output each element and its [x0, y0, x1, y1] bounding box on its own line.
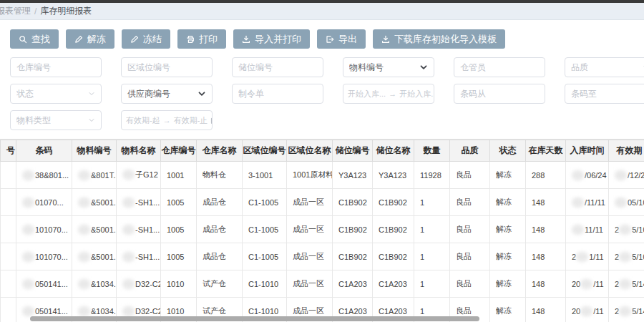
chevron-down-icon — [419, 63, 428, 72]
export-icon — [326, 35, 334, 44]
table-cell: C1B902 — [373, 189, 414, 216]
table-cell: C1B902 — [373, 216, 414, 243]
barcode-to-input[interactable] — [565, 84, 644, 104]
table-cell: 解冻 — [490, 270, 526, 298]
work-order-input[interactable] — [232, 84, 323, 104]
table-cell: 11/11 — [566, 216, 609, 243]
redaction-blur — [22, 252, 34, 262]
redaction-blur — [580, 279, 592, 289]
table-cell: 20/11 — [566, 270, 609, 298]
unfreeze-button[interactable]: 解冻 — [66, 29, 114, 49]
warehouse-keeper-input[interactable] — [454, 57, 545, 77]
area-location-no-input[interactable] — [121, 57, 213, 77]
search-icon — [19, 35, 27, 44]
material-type-select[interactable]: 物料类型 — [10, 110, 102, 130]
material-no-select[interactable]: 物料编号 — [343, 57, 434, 77]
table-cell: 3-1001 — [243, 162, 287, 189]
table-row[interactable]: 101070...&5001...-SH1...1005成品仓C1-1005成品… — [1, 216, 644, 243]
table-cell: Y3A123 — [373, 162, 414, 189]
table-cell: 25/14 — [609, 298, 644, 322]
inventory-table-wrap: 号条码物料编号物料名称仓库编号仓库名称区域位编号区域位名称储位编号储位名称数量品… — [0, 139, 644, 322]
redaction-blur — [619, 225, 631, 235]
table-cell: C1A203 — [333, 270, 373, 298]
table-cell: 1 — [414, 216, 450, 243]
table-cell: /11/11 — [566, 189, 609, 216]
breadcrumb-current: 库存明细报表 — [40, 5, 92, 17]
status-select[interactable]: 状态 — [10, 84, 102, 104]
table-cell: &5001... — [72, 189, 117, 216]
select-placeholder: 品质 — [571, 62, 588, 74]
validity-date-range[interactable]: 有效期-起→有效期-止 — [121, 110, 213, 130]
table-row[interactable]: 38&801...&801T...子G121001物料仓3-10011001原材… — [1, 162, 644, 189]
redaction-blur — [580, 306, 592, 316]
redaction-blur — [122, 279, 135, 289]
table-header-row: 号条码物料编号物料名称仓库编号仓库名称区域位编号区域位名称储位编号储位名称数量品… — [1, 140, 644, 162]
redaction-blur — [122, 252, 135, 262]
horizontal-scrollbar-thumb[interactable] — [30, 316, 479, 321]
storage-location-no-input[interactable] — [232, 57, 323, 77]
table-cell: 1005 — [161, 216, 197, 243]
filter-row: 物料编号品质 — [10, 57, 644, 77]
table-row[interactable]: 01070...&5001...-SH1...1005成品仓C1-1005成品一… — [1, 189, 644, 216]
table-cell — [1, 162, 16, 189]
warehouse-no-input[interactable] — [10, 57, 102, 77]
table-cell: &5001... — [72, 216, 117, 243]
table-cell: /06/24 — [566, 162, 609, 189]
printer-icon — [186, 35, 195, 44]
redaction-blur — [122, 170, 135, 180]
column-header: 仓库名称 — [197, 140, 243, 162]
redaction-blur — [572, 170, 584, 180]
range-arrow-icon: → — [163, 116, 171, 125]
button-label: 下载库存初始化导入模板 — [394, 33, 497, 46]
column-header: 储位名称 — [373, 140, 414, 162]
column-header: 条码 — [16, 140, 72, 162]
barcode-from-input[interactable] — [454, 84, 545, 104]
download-icon — [242, 35, 250, 44]
table-cell: C1-1005 — [243, 189, 287, 216]
table-cell: &1034... — [72, 270, 117, 298]
column-header: 物料名称 — [117, 140, 161, 162]
table-cell: 解冻 — [490, 216, 526, 243]
filter-panel: 物料编号品质状态供应商编号开始入库...→开始入库...物料类型有效期-起→有效… — [10, 57, 644, 130]
search-button[interactable]: 查找 — [10, 29, 59, 49]
download-init-template-button[interactable]: 下载库存初始化导入模板 — [373, 29, 505, 49]
table-cell: 101070... — [16, 216, 72, 243]
table-cell — [1, 189, 16, 216]
button-label: 打印 — [199, 33, 218, 46]
table-cell: 148 — [526, 298, 566, 322]
table-cell: &801T... — [72, 162, 117, 189]
table-cell: 良品 — [450, 162, 490, 189]
supplier-no-select[interactable]: 供应商编号 — [121, 84, 213, 104]
print-button[interactable]: 打印 — [177, 29, 226, 49]
breadcrumb-root[interactable]: 报表管理 — [0, 5, 31, 17]
column-header: 仓库编号 — [161, 140, 197, 162]
freeze-button[interactable]: 冻结 — [122, 29, 170, 49]
table-cell: 试产仓 — [197, 270, 243, 298]
date-to-placeholder: 有效期-止 — [174, 115, 208, 126]
select-placeholder: 物料编号 — [349, 62, 384, 74]
column-header: 在库天数 — [526, 140, 566, 162]
table-cell: 1005 — [161, 243, 197, 270]
calendar-icon — [210, 117, 213, 125]
download-icon — [381, 35, 390, 44]
table-cell: C1-1005 — [243, 243, 287, 270]
redaction-blur — [78, 306, 90, 316]
table-cell: 成品仓 — [197, 189, 243, 216]
table-row[interactable]: 050141...&1034...D32-C21010试产仓C1-1010成品一… — [1, 270, 644, 298]
table-cell: 148 — [526, 216, 566, 243]
toolbar: 查找解冻冻结打印导入并打印导出下载库存初始化导入模板 — [10, 29, 644, 49]
column-header: 数量 — [414, 140, 450, 162]
column-header: 品质 — [450, 140, 490, 162]
import-and-print-button[interactable]: 导入并打印 — [233, 29, 310, 49]
select-placeholder: 状态 — [16, 88, 34, 100]
inbound-date-range[interactable]: 开始入库...→开始入库... — [343, 84, 434, 104]
redaction-blur — [22, 306, 34, 316]
column-header: 状态 — [490, 140, 526, 162]
table-cell: 01070... — [16, 189, 72, 216]
quality-select[interactable]: 品质 — [565, 57, 644, 77]
table-cell: 良品 — [450, 243, 490, 270]
column-header: 有效期 — [609, 140, 644, 162]
table-row[interactable]: 101070...&5001...-SH1...1005成品仓C1-1005成品… — [1, 243, 644, 270]
export-button[interactable]: 导出 — [317, 29, 366, 49]
table-cell: 解冻 — [490, 243, 526, 270]
